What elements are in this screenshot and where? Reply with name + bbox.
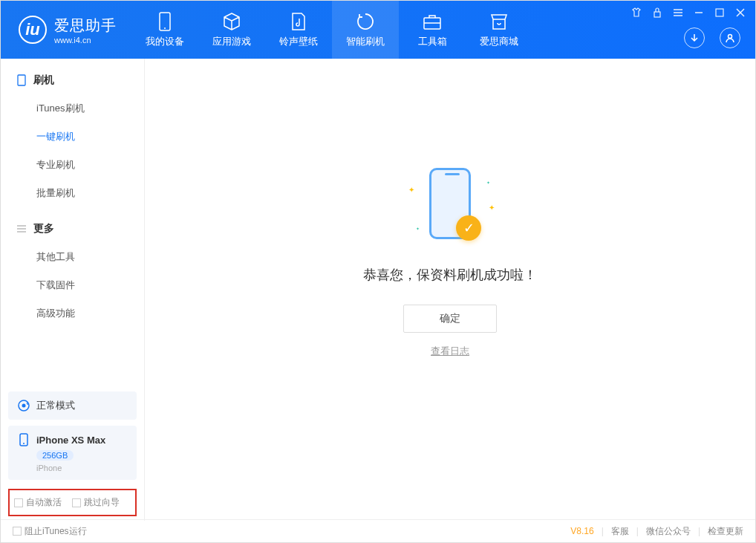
checkbox-label: 阻止iTunes运行 — [25, 525, 87, 538]
svg-rect-4 — [716, 9, 723, 16]
cube-icon — [221, 11, 242, 32]
tab-label: 铃声壁纸 — [279, 35, 318, 48]
refresh-shield-icon — [355, 11, 376, 32]
device-type: iPhone — [17, 464, 62, 472]
device-small-icon — [16, 74, 27, 86]
app-logo-icon: iu — [19, 16, 47, 44]
tab-my-device[interactable]: 我的设备 — [131, 1, 198, 59]
tab-apps-games[interactable]: 应用游戏 — [198, 1, 265, 59]
checkbox-icon — [14, 498, 23, 507]
device-mode-card[interactable]: 正常模式 — [8, 391, 137, 420]
sparkle-icon: ✦ — [486, 180, 490, 185]
checkbox-auto-activate[interactable]: 自动激活 — [14, 496, 62, 509]
svg-point-1 — [164, 27, 166, 29]
menu-icon[interactable] — [672, 7, 684, 19]
download-button[interactable] — [684, 27, 705, 48]
device-capacity-badge: 256GB — [36, 450, 74, 461]
music-file-icon — [288, 11, 309, 32]
sidebar-item-pro-flash[interactable]: 专业刷机 — [1, 151, 144, 179]
device-mode-label: 正常模式 — [36, 399, 75, 412]
maximize-icon[interactable] — [714, 7, 726, 19]
window-controls — [630, 7, 746, 19]
logo-section: iu 爱思助手 www.i4.cn — [1, 1, 131, 59]
sidebar-group-flash: 刷机 — [1, 69, 144, 94]
svg-point-5 — [729, 35, 732, 39]
sidebar-group-more: 更多 — [1, 218, 144, 243]
briefcase-icon — [422, 11, 443, 32]
sidebar-group-title: 刷机 — [33, 74, 54, 87]
tab-label: 应用游戏 — [212, 35, 251, 48]
ok-button[interactable]: 确定 — [403, 305, 497, 333]
tab-label: 爱思商城 — [480, 35, 518, 48]
list-icon — [16, 223, 27, 235]
tab-smart-flash[interactable]: 智能刷机 — [332, 1, 399, 59]
footer-link-service[interactable]: 客服 — [611, 525, 629, 538]
mode-icon — [17, 399, 30, 412]
checkbox-icon — [13, 527, 22, 536]
tab-label: 我的设备 — [146, 35, 184, 48]
flash-options-row: 自动激活 跳过向导 — [8, 489, 137, 516]
main-content: ✦ ✦ ✦ ✦ ✓ 恭喜您，保资料刷机成功啦！ 确定 查看日志 — [145, 59, 755, 521]
minimize-icon[interactable] — [693, 7, 705, 19]
tab-label: 智能刷机 — [346, 35, 385, 48]
user-button[interactable] — [720, 27, 740, 48]
sidebar-item-batch-flash[interactable]: 批量刷机 — [1, 179, 144, 207]
close-icon[interactable] — [734, 7, 746, 19]
svg-rect-3 — [654, 12, 660, 17]
sidebar-item-download-firmware[interactable]: 下载固件 — [1, 271, 144, 299]
svg-rect-6 — [18, 75, 25, 85]
svg-point-10 — [23, 443, 25, 444]
checkbox-label: 跳过向导 — [84, 496, 120, 509]
success-message: 恭喜您，保资料刷机成功啦！ — [363, 266, 537, 284]
app-title: 爱思助手 — [54, 16, 117, 36]
checkbox-label: 自动激活 — [26, 496, 62, 509]
sparkle-icon: ✦ — [489, 204, 495, 212]
view-log-link[interactable]: 查看日志 — [431, 345, 469, 358]
success-illustration: ✦ ✦ ✦ ✦ ✓ — [405, 162, 495, 251]
sidebar: 刷机 iTunes刷机 一键刷机 专业刷机 批量刷机 更多 其他工具 下载固件 … — [1, 59, 145, 521]
sidebar-item-advanced[interactable]: 高级功能 — [1, 299, 144, 328]
phone-icon — [154, 11, 175, 32]
footer-bar: 阻止iTunes运行 V8.16 | 客服 | 微信公众号 | 检查更新 — [1, 519, 755, 542]
check-badge-icon: ✓ — [456, 215, 481, 241]
sparkle-icon: ✦ — [416, 226, 420, 231]
sparkle-icon: ✦ — [408, 186, 414, 194]
svg-point-8 — [22, 404, 26, 408]
shirt-icon[interactable] — [630, 7, 642, 19]
tab-store[interactable]: 爱思商城 — [466, 1, 532, 59]
sidebar-item-itunes-flash[interactable]: iTunes刷机 — [1, 94, 144, 123]
title-bar: iu 爱思助手 www.i4.cn 我的设备 应用游戏 铃声壁纸 智能刷机 工具… — [1, 1, 755, 59]
checkbox-block-itunes[interactable]: 阻止iTunes运行 — [13, 525, 87, 538]
tab-ringtone-wallpaper[interactable]: 铃声壁纸 — [265, 1, 332, 59]
checkbox-skip-guide[interactable]: 跳过向导 — [72, 496, 120, 509]
device-name: iPhone XS Max — [36, 435, 105, 446]
lock-icon[interactable] — [651, 7, 663, 19]
sidebar-item-other-tools[interactable]: 其他工具 — [1, 243, 144, 271]
tab-label: 工具箱 — [418, 35, 447, 48]
footer-link-wechat[interactable]: 微信公众号 — [646, 525, 691, 538]
footer-link-update[interactable]: 检查更新 — [708, 525, 743, 538]
checkbox-icon — [72, 498, 81, 507]
sidebar-group-title: 更多 — [33, 222, 54, 235]
sidebar-item-oneclick-flash[interactable]: 一键刷机 — [1, 123, 144, 151]
header-action-icons — [684, 27, 740, 48]
main-tabs: 我的设备 应用游戏 铃声壁纸 智能刷机 工具箱 爱思商城 — [131, 1, 532, 59]
tab-toolbox[interactable]: 工具箱 — [399, 1, 466, 59]
app-subtitle: www.i4.cn — [54, 36, 117, 45]
phone-small-icon — [17, 433, 30, 446]
device-info-card[interactable]: iPhone XS Max 256GB iPhone — [8, 426, 137, 480]
shop-icon — [489, 11, 509, 32]
version-label: V8.16 — [570, 526, 593, 536]
